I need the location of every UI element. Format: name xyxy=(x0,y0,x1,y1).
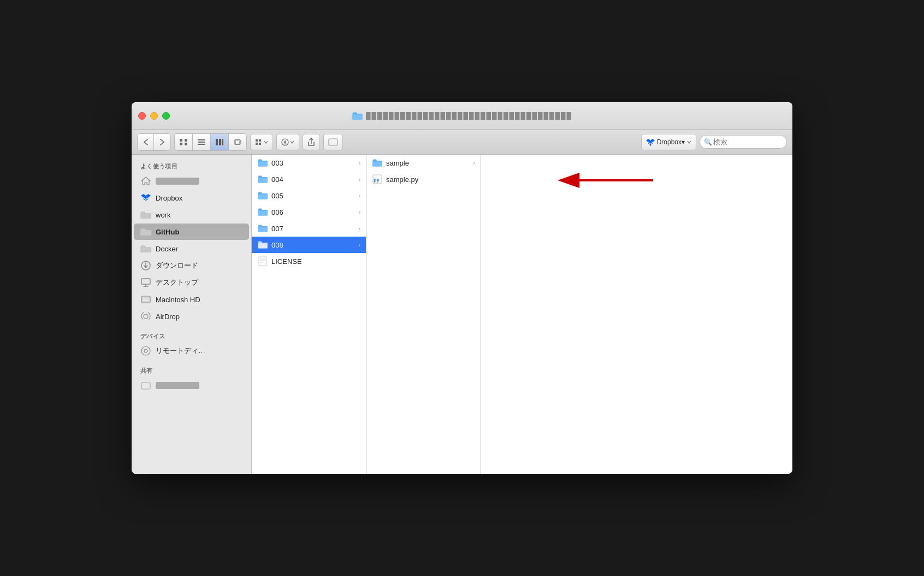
search-input[interactable] xyxy=(700,135,787,149)
action-button[interactable] xyxy=(276,134,299,150)
chevron-007: › xyxy=(359,226,360,232)
finder-window: ████████████████████████████████████ xyxy=(132,102,792,474)
file-item-003[interactable]: 003 › xyxy=(252,155,366,171)
chevron-005: › xyxy=(359,193,360,199)
svg-rect-9 xyxy=(222,139,223,145)
svg-rect-15 xyxy=(256,143,258,145)
red-arrow-annotation xyxy=(547,167,656,210)
dropbox-button[interactable]: Dropbox▾ xyxy=(641,134,696,150)
file-item-007[interactable]: 007 › xyxy=(252,220,366,237)
svg-rect-14 xyxy=(259,139,261,142)
file-label-007: 007 xyxy=(271,225,283,233)
file-label-004: 004 xyxy=(271,175,283,184)
svg-rect-5 xyxy=(198,142,205,143)
svg-rect-7 xyxy=(216,139,218,145)
sidebar-item-home[interactable] xyxy=(134,173,249,189)
forward-button[interactable] xyxy=(154,134,170,150)
sidebar-item-downloads[interactable]: ダウンロード xyxy=(134,257,249,274)
dropbox-label: Dropbox▾ xyxy=(657,138,685,146)
sidebar-item-airdrop[interactable]: AirDrop xyxy=(134,308,249,325)
file-item-004[interactable]: 004 › xyxy=(252,171,366,187)
sidebar: よく使う項目 Dropbox work xyxy=(132,155,252,474)
search-icon: 🔍 xyxy=(704,138,712,146)
desktop-label: デスクトップ xyxy=(156,278,198,287)
icon-view-button[interactable] xyxy=(175,134,193,150)
remote-icon xyxy=(140,345,151,356)
home-icon xyxy=(140,175,151,186)
titlebar-title: ████████████████████████████████████ xyxy=(366,112,572,120)
home-label xyxy=(156,178,199,185)
chevron-008: › xyxy=(359,242,360,248)
folder-icon-005 xyxy=(257,190,268,201)
docker-label: Docker xyxy=(156,245,178,253)
chevron-sample: › xyxy=(473,160,475,166)
svg-rect-11 xyxy=(234,141,236,144)
shared-header: 共有 xyxy=(132,363,251,377)
file-label-008: 008 xyxy=(271,241,283,249)
sidebar-item-dropbox[interactable]: Dropbox xyxy=(134,190,249,206)
svg-point-21 xyxy=(650,145,651,146)
macintosh-label: Macintosh HD xyxy=(156,296,200,304)
svg-point-29 xyxy=(144,314,148,319)
folder-icon-004 xyxy=(257,174,268,185)
svg-rect-4 xyxy=(198,139,205,140)
maximize-button[interactable] xyxy=(162,112,170,120)
column-2: sample › py sample.py xyxy=(366,155,481,474)
file-item-006[interactable]: 006 › xyxy=(252,204,366,220)
file-item-license[interactable]: LICENSE xyxy=(252,253,366,269)
folder-icon-006 xyxy=(257,207,268,218)
svg-rect-13 xyxy=(256,139,258,142)
svg-point-18 xyxy=(285,140,286,141)
folder-icon-008 xyxy=(257,239,268,250)
sidebar-item-github[interactable]: GitHub xyxy=(134,224,249,240)
favorites-header: よく使う項目 xyxy=(132,159,251,172)
back-button[interactable] xyxy=(138,134,154,150)
chevron-006: › xyxy=(359,209,360,215)
view-options-button[interactable] xyxy=(250,134,273,150)
sidebar-item-shared[interactable] xyxy=(134,377,249,393)
shared-label xyxy=(156,382,199,389)
sidebar-item-docker[interactable]: Docker xyxy=(134,240,249,257)
work-label: work xyxy=(156,211,170,219)
file-item-008[interactable]: 008 › xyxy=(252,237,366,253)
file-item-005[interactable]: 005 › xyxy=(252,187,366,204)
column-view-button[interactable] xyxy=(211,134,229,150)
svg-point-32 xyxy=(146,351,146,351)
svg-rect-12 xyxy=(239,141,241,144)
file-label-005: 005 xyxy=(271,192,283,200)
svg-rect-16 xyxy=(259,143,261,145)
devices-header: デバイス xyxy=(132,329,251,342)
sidebar-item-macintosh[interactable]: Macintosh HD xyxy=(134,291,249,308)
desktop-icon xyxy=(140,277,151,288)
file-label-sample: sample xyxy=(386,159,409,167)
svg-rect-8 xyxy=(219,139,221,145)
work-folder-icon xyxy=(140,209,151,220)
share-button[interactable] xyxy=(303,134,320,150)
file-label-003: 003 xyxy=(271,159,283,167)
close-button[interactable] xyxy=(138,112,146,120)
docker-folder-icon xyxy=(140,243,151,254)
minimize-button[interactable] xyxy=(150,112,158,120)
toolbar: Dropbox▾ 🔍 xyxy=(132,130,792,155)
svg-rect-23 xyxy=(141,279,150,284)
file-item-sample-py[interactable]: py sample.py xyxy=(366,171,481,187)
file-item-sample[interactable]: sample › xyxy=(366,155,481,171)
chevron-004: › xyxy=(359,177,360,183)
nav-buttons xyxy=(137,133,171,151)
list-view-button[interactable] xyxy=(193,134,211,150)
remote-label: リモートディ… xyxy=(156,346,205,356)
titlebar-folder-icon xyxy=(352,111,363,120)
sidebar-item-work[interactable]: work xyxy=(134,207,249,223)
svg-rect-33 xyxy=(141,383,150,389)
airdrop-icon xyxy=(140,311,151,322)
svg-rect-2 xyxy=(180,143,182,145)
file-label-license: LICENSE xyxy=(271,257,302,266)
sidebar-item-remote[interactable]: リモートディ… xyxy=(134,343,249,359)
svg-rect-0 xyxy=(180,139,182,142)
cover-view-button[interactable] xyxy=(229,134,246,150)
sidebar-item-desktop[interactable]: デスクトップ xyxy=(134,274,249,291)
search-wrapper: 🔍 xyxy=(700,135,787,149)
tag-button[interactable] xyxy=(323,134,343,150)
folder-icon-003 xyxy=(257,157,268,168)
titlebar-center: ████████████████████████████████████ xyxy=(352,111,572,120)
